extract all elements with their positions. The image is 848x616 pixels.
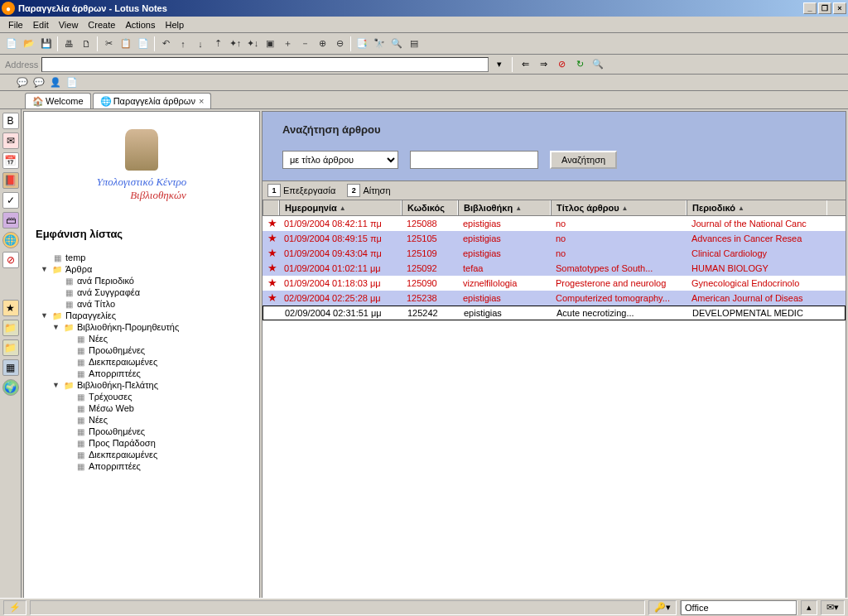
address-dropdown-icon[interactable]: ▾ [492, 57, 507, 72]
col-code[interactable]: Κωδικός [402, 200, 458, 215]
star-up-icon[interactable]: ✦↑ [227, 36, 243, 52]
paste-button[interactable]: 📄 [135, 36, 152, 52]
tree-forwarded-2[interactable]: ▦Προωθημένες [29, 426, 254, 437]
copy-link-icon[interactable]: 📑 [354, 36, 370, 52]
col-library[interactable]: Βιβλιοθήκη▲ [458, 200, 551, 215]
undo-button[interactable]: ↶ [157, 36, 174, 52]
action-edit[interactable]: 1 Επεξεργασία [267, 184, 335, 197]
properties-icon[interactable]: ▤ [406, 36, 422, 52]
tree-new-2[interactable]: ▦Νέες [29, 414, 254, 426]
tree-current[interactable]: ▦Τρέχουσες [29, 391, 254, 402]
rail-bookmark-icon[interactable]: B [2, 113, 19, 129]
nav-forward-icon[interactable]: ⇒ [536, 57, 551, 72]
col-journal[interactable]: Περιοδικό▲ [687, 200, 827, 215]
rail-folder-icon[interactable]: 📁 [2, 320, 19, 336]
search-button[interactable]: Αναζήτηση [550, 151, 617, 169]
col-date[interactable]: Ημερομηνία▲ [279, 200, 402, 215]
status-sec-icon[interactable]: 🔑▾ [648, 600, 677, 615]
twisty-icon[interactable]: ▼ [41, 311, 49, 320]
tree-processed-2[interactable]: ▦Διεκπεραιωμένες [29, 449, 254, 460]
search-type-select[interactable]: με τίτλο άρθρου [282, 151, 398, 169]
arrow-down-icon[interactable]: ↓ [192, 36, 209, 52]
status-arrow-icon[interactable]: ▴ [801, 600, 817, 615]
doc-icon[interactable]: 📄 [66, 77, 78, 88]
minus-icon[interactable]: － [296, 36, 313, 52]
menu-actions[interactable]: Actions [120, 18, 160, 31]
rail-stop-icon[interactable]: ⊘ [2, 252, 19, 268]
twisty-icon[interactable]: ▼ [52, 323, 60, 331]
cut-button[interactable]: ✂ [100, 36, 117, 52]
tab-welcome[interactable]: 🏠 Welcome [25, 93, 91, 108]
tree-forwarded-1[interactable]: ▦Προωθημένες [29, 344, 254, 356]
tree-processed-1[interactable]: ▦Διεκπεραιωμένες [29, 356, 254, 368]
rail-favorites-icon[interactable]: ★ [2, 300, 19, 316]
tree-temp[interactable]: ▦temp [29, 252, 254, 263]
preview-button[interactable]: 🗋 [78, 36, 94, 52]
collapse-icon[interactable]: ⊕ [314, 36, 330, 52]
tree-lib-client[interactable]: ▼📁Βιβλιοθήκη-Πελάτης [29, 379, 254, 391]
rail-world-icon[interactable]: 🌍 [2, 379, 19, 396]
rail-calendar-icon[interactable]: 📅 [2, 152, 19, 169]
menu-view[interactable]: View [54, 18, 84, 31]
minimize-button[interactable]: _ [803, 2, 817, 14]
print-button[interactable]: 🖶 [60, 36, 77, 52]
tree-articles[interactable]: ▼📁Άρθρα [29, 263, 254, 275]
tree-via-web[interactable]: ▦Μέσω Web [29, 402, 254, 414]
rail-more-icon[interactable]: ▦ [2, 359, 19, 376]
menu-help[interactable]: Help [160, 18, 189, 31]
table-row[interactable]: ★02/09/2004 02:25:28 μμ125238epistigiasC… [263, 291, 846, 306]
tree-rejected-2[interactable]: ▦Απορριπτέες [29, 460, 254, 472]
col-star[interactable] [263, 200, 279, 215]
stop-icon[interactable]: ⊘ [554, 57, 569, 72]
expand-icon[interactable]: ⊖ [331, 36, 348, 52]
search-web-icon[interactable]: 🔍 [590, 57, 605, 72]
chat-icon[interactable]: 💬 [17, 77, 28, 88]
binoculars-icon[interactable]: 🔭 [371, 36, 388, 52]
table-row[interactable]: ★01/09/2004 08:42:11 πμ125088epistigiasn… [263, 216, 846, 231]
save-button[interactable]: 💾 [38, 36, 55, 52]
table-row[interactable]: ★01/09/2004 01:18:03 μμ125090viznelfilol… [263, 276, 846, 291]
restore-button[interactable]: ❐ [818, 2, 831, 14]
open-button[interactable]: 📂 [21, 36, 37, 52]
status-mail-icon[interactable]: ✉▾ [821, 600, 845, 615]
address-input[interactable] [41, 57, 489, 72]
table-row[interactable]: 02/09/2004 02:31:51 μμ125242epistigiasAc… [263, 306, 846, 320]
tree-for-delivery[interactable]: ▦Προς Παράδοση [29, 437, 254, 449]
menu-create[interactable]: Create [83, 18, 120, 31]
tree-by-author[interactable]: ▦ανά Συγγραφέα [29, 286, 254, 298]
twisty-icon[interactable]: ▼ [41, 265, 49, 273]
search-icon[interactable]: 🔍 [388, 36, 405, 52]
status-location-dropdown[interactable] [681, 600, 797, 615]
col-title[interactable]: Τίτλος άρθρου▲ [551, 200, 687, 215]
tree-lib-supplier[interactable]: ▼📁Βιβλιοθήκη-Προμηθευτής [29, 321, 254, 333]
menu-edit[interactable]: Edit [28, 18, 54, 31]
rail-mail-icon[interactable]: ✉ [2, 132, 19, 149]
rail-db-icon[interactable]: 🗃 [2, 212, 19, 229]
nav-up-icon[interactable]: ⇡ [210, 36, 226, 52]
tree-new-1[interactable]: ▦Νέες [29, 333, 254, 344]
table-row[interactable]: ★01/09/2004 01:02:11 μμ125092tefaaSomato… [263, 261, 846, 276]
tree-by-title[interactable]: ▦ανά Τίτλο [29, 298, 254, 310]
twisty-icon[interactable]: ▼ [52, 381, 60, 389]
new-button[interactable]: 📄 [3, 36, 20, 52]
rail-todo-icon[interactable]: ✓ [2, 192, 19, 209]
tree-rejected-1[interactable]: ▦Απορριπτέες [29, 368, 254, 379]
tab-orders[interactable]: 🌐 Παραγγελία άρθρων × [93, 93, 212, 108]
plus-icon[interactable]: ＋ [279, 36, 296, 52]
copy-button[interactable]: 📋 [118, 36, 134, 52]
refresh-icon[interactable]: ↻ [572, 57, 587, 72]
table-row[interactable]: ★01/09/2004 08:49:15 πμ125105epistigiasn… [263, 231, 846, 246]
fullscreen-icon[interactable]: ▣ [262, 36, 278, 52]
rail-folder2-icon[interactable]: 📁 [2, 339, 19, 356]
tab-close-icon[interactable]: × [199, 96, 204, 106]
status-net-icon[interactable]: ⚡ [3, 600, 26, 615]
close-button[interactable]: × [833, 2, 846, 14]
tree-orders[interactable]: ▼📁Παραγγελίες [29, 310, 254, 321]
search-input[interactable] [410, 151, 538, 169]
tree-by-journal[interactable]: ▦ανά Περιοδικό [29, 275, 254, 286]
table-row[interactable]: ★01/09/2004 09:43:04 πμ125109epistigiasn… [263, 246, 846, 261]
rail-globe-icon[interactable]: 🌐 [2, 232, 19, 248]
menu-file[interactable]: File [3, 18, 28, 31]
star-down-icon[interactable]: ✦↓ [244, 36, 261, 52]
chat-icon-2[interactable]: 💬 [33, 77, 45, 88]
